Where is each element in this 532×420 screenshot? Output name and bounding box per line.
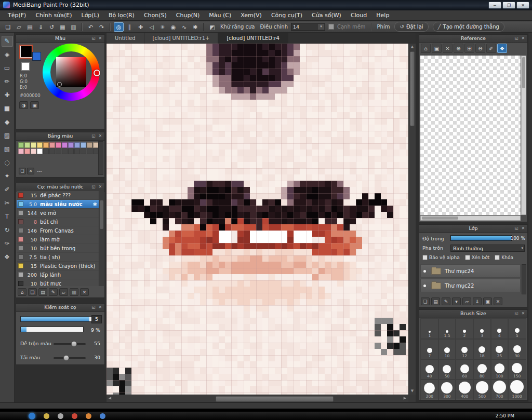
open-file-icon[interactable]: ▱ <box>14 22 24 32</box>
magic-wand-tool-icon[interactable]: ✦ <box>2 171 13 182</box>
brush-size-option[interactable]: 400 <box>456 380 473 400</box>
maximize-button[interactable]: ❐ <box>502 2 515 9</box>
undo-history-icon[interactable]: ↺ <box>47 22 57 32</box>
brush-size-option[interactable]: 7 <box>421 339 438 359</box>
reference-horizontal-scrollbar[interactable] <box>420 215 521 221</box>
brush-size-option[interactable]: 18 <box>473 339 491 359</box>
snap-parallel-icon[interactable]: ∥ <box>125 22 135 32</box>
color-swatch[interactable] <box>81 142 86 148</box>
merge-down-icon[interactable]: ⇓ <box>473 297 482 305</box>
brush-size-option[interactable]: 10 <box>438 339 456 359</box>
correction-select[interactable]: 14 ▾ <box>291 23 325 31</box>
color-swatch[interactable] <box>87 148 92 154</box>
brush-size-option[interactable]: 60 <box>456 359 473 380</box>
color-swatch[interactable] <box>24 148 30 154</box>
close-button[interactable]: ✕ <box>516 2 529 9</box>
sv-cursor[interactable] <box>57 82 62 87</box>
text-tool-icon[interactable]: T <box>2 211 13 222</box>
zoom-in-icon[interactable]: ⊕ <box>454 44 463 53</box>
layer-scrollbar[interactable] <box>522 264 526 294</box>
transform-icon[interactable]: ▦ <box>58 22 68 32</box>
saturation-value-square[interactable] <box>56 57 86 87</box>
dock-icon[interactable]: ◱ <box>514 311 519 316</box>
brush-item-2[interactable]: 144vẽ mờ <box>17 209 99 218</box>
palette-add-icon[interactable]: ▣ <box>30 101 39 109</box>
home-icon[interactable]: ⌂ <box>18 288 26 296</box>
lasso-tool-icon[interactable]: ◌ <box>2 157 13 168</box>
menu-item-10[interactable]: Cloud <box>346 10 371 21</box>
color-swatch[interactable] <box>37 142 43 148</box>
color-swatch[interactable] <box>37 148 43 154</box>
color-swatch[interactable] <box>62 148 68 154</box>
color-swatch[interactable] <box>74 142 80 148</box>
layer-opacity-slider[interactable] <box>450 235 512 241</box>
color-swatch[interactable] <box>87 142 92 148</box>
color-swatch[interactable] <box>56 148 61 154</box>
color-swatch[interactable] <box>68 142 74 148</box>
brush-size-option[interactable]: 1.5 <box>438 319 456 339</box>
folder-layer-icon[interactable]: ▱ <box>462 297 471 305</box>
scroll-right-arrow[interactable]: ▶ <box>402 395 408 402</box>
brush-size-option[interactable]: 500 <box>473 380 491 400</box>
transparent-color-swatch[interactable] <box>21 62 30 71</box>
rotate-tool-icon[interactable]: ↻ <box>2 225 13 236</box>
canvas-horizontal-scrollbar[interactable]: ◀ ▶ <box>107 395 408 402</box>
make-line-button[interactable]: ╱ Tạo một đường thẳng <box>433 22 504 32</box>
undo-icon[interactable]: ↶ <box>86 22 96 32</box>
combine-layer-icon[interactable]: ▣ <box>483 297 492 305</box>
color-swatch[interactable] <box>62 142 68 148</box>
eyedropper-tool-icon[interactable]: ✑ <box>2 238 13 249</box>
redo-icon[interactable]: ↷ <box>97 22 107 32</box>
canvas-vertical-scrollbar[interactable]: ▲ ▼ <box>408 44 416 395</box>
brush-size-option[interactable]: 100 <box>491 359 509 380</box>
brush-size-option[interactable]: 40 <box>421 359 438 380</box>
brush-size-option[interactable]: 2 <box>456 319 473 339</box>
dock-icon[interactable]: ◱ <box>91 36 96 41</box>
layer-dropdown-icon[interactable]: ▾ <box>452 297 461 305</box>
color-swatch[interactable] <box>43 148 49 154</box>
brush-size-option[interactable]: 700 <box>491 380 509 400</box>
dock-scrollbar[interactable] <box>528 33 532 402</box>
duplicate-layer-icon[interactable]: ▤ <box>431 297 440 305</box>
taskbar-app-4[interactable] <box>86 413 91 419</box>
new-brush-icon[interactable]: ❏ <box>28 288 37 296</box>
layer-checkbox-0[interactable]: Bảo vệ alpha <box>422 255 460 260</box>
close-panel-icon[interactable]: ✕ <box>98 305 103 310</box>
canvas-tab-1[interactable]: [cloud] UNTITLED:r1+ <box>144 33 219 44</box>
duplicate-brush-icon[interactable]: ▤ <box>38 288 47 296</box>
save-icon[interactable]: ▤ <box>25 22 35 32</box>
reference-vertical-scrollbar[interactable] <box>521 56 526 215</box>
color-swatch[interactable] <box>31 142 36 148</box>
delete-layer-icon[interactable]: ✕ <box>494 297 502 305</box>
start-button[interactable] <box>29 413 35 419</box>
dock-icon[interactable]: ◱ <box>91 133 96 139</box>
new-file-icon[interactable]: ❏ <box>3 22 13 32</box>
foreground-color-swatch[interactable] <box>20 46 32 58</box>
close-panel-icon[interactable]: ✕ <box>521 226 526 231</box>
marquee-tool-icon[interactable]: ▧ <box>2 144 13 155</box>
pen-tool-icon[interactable]: ✏ <box>2 76 13 87</box>
color-swatch[interactable] <box>18 148 24 154</box>
brush-size-option[interactable]: 30 <box>508 339 526 359</box>
delete-swatch-icon[interactable]: ✕ <box>27 168 34 174</box>
zoom-out-icon[interactable]: ⊖ <box>475 44 485 53</box>
brush-item-1[interactable]: 5.0màu siêu nước✱ <box>17 200 99 209</box>
brush-item-0[interactable]: 15để phác ??? <box>17 191 99 200</box>
zoom-fit-icon[interactable]: ⊞ <box>464 44 474 53</box>
menu-item-11[interactable]: Help <box>371 10 394 21</box>
color-swatch[interactable] <box>24 142 30 148</box>
new-swatch-icon[interactable]: ❏ <box>19 168 26 174</box>
gradient-tool-icon[interactable]: ▨ <box>2 130 13 141</box>
color-swatch[interactable] <box>74 148 80 154</box>
delete-brush-icon[interactable]: ✕ <box>80 288 89 296</box>
canvas-area[interactable] <box>107 44 408 395</box>
snap-cross-icon[interactable]: ✚ <box>136 22 145 32</box>
brush-opacity-slider[interactable] <box>20 327 84 332</box>
layer-visibility-dot[interactable] <box>423 270 426 273</box>
snap-vanishing-icon[interactable]: ◁ <box>147 22 156 32</box>
menu-item-6[interactable]: Màu (C) <box>204 10 236 21</box>
folder-icon[interactable]: ▱ <box>59 288 68 296</box>
vertical-scroll-thumb[interactable] <box>410 51 415 126</box>
scroll-left-arrow[interactable]: ◀ <box>107 395 113 402</box>
snap-settings-icon[interactable]: ✱ <box>190 22 200 32</box>
